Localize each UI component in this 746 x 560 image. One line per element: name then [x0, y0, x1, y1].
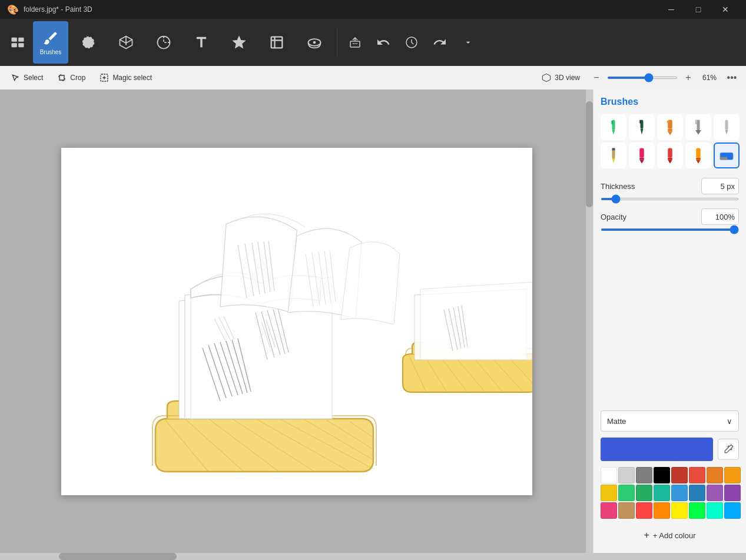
- titlebar-left: 🎨 folders.jpg* - Paint 3D: [7, 4, 92, 15]
- svg-marker-74: [668, 132, 672, 135]
- main-toolbar: Brushes: [0, 19, 746, 66]
- color-cell[interactable]: [707, 467, 723, 483]
- view-3d-button[interactable]: 3D view: [536, 68, 586, 87]
- color-cell[interactable]: [707, 485, 723, 501]
- brush-item-dark-pencil[interactable]: [601, 143, 626, 168]
- color-cell[interactable]: [724, 467, 741, 483]
- select-button[interactable]: [71, 21, 106, 64]
- brush-item-orange-marker2[interactable]: [685, 143, 711, 168]
- more-options-button[interactable]: •••: [722, 68, 741, 87]
- brush-item-green-marker[interactable]: [601, 114, 626, 140]
- subtoolbar: Select Crop Magic select 3D view − + 61%…: [0, 66, 746, 90]
- color-cell[interactable]: [689, 502, 705, 519]
- svg-rect-71: [639, 120, 641, 124]
- svg-rect-79: [725, 120, 728, 131]
- zoom-slider[interactable]: [607, 77, 678, 79]
- mixed-reality-button[interactable]: [297, 21, 332, 64]
- svg-marker-15: [543, 74, 551, 81]
- magic-select-button[interactable]: Magic select: [94, 68, 158, 87]
- color-cell[interactable]: [601, 502, 617, 519]
- color-palette: [601, 467, 739, 519]
- menu-button[interactable]: [5, 21, 31, 64]
- color-cell[interactable]: [636, 485, 652, 501]
- effects-button[interactable]: [221, 21, 257, 64]
- color-cell[interactable]: [671, 467, 688, 483]
- color-cell[interactable]: [636, 502, 652, 519]
- main-area: Brushes: [0, 90, 746, 553]
- color-cell[interactable]: [654, 485, 670, 501]
- color-cell[interactable]: [724, 485, 741, 501]
- color-cell[interactable]: [707, 502, 723, 519]
- zoom-value: 61%: [699, 74, 720, 82]
- opacity-value[interactable]: 100%: [701, 208, 739, 225]
- maximize-button[interactable]: □: [685, 0, 712, 19]
- vertical-scrollbar[interactable]: [586, 90, 593, 553]
- minimize-button[interactable]: ─: [658, 0, 685, 19]
- share-button[interactable]: [342, 29, 368, 55]
- svg-rect-75: [667, 121, 669, 123]
- crop-sub-button[interactable]: Crop: [51, 68, 91, 87]
- color-cell[interactable]: [618, 502, 635, 519]
- color-cell[interactable]: [724, 502, 741, 519]
- canvas-drawing: [61, 148, 532, 495]
- color-cell[interactable]: [636, 467, 652, 483]
- svg-rect-83: [612, 148, 615, 151]
- svg-rect-1: [18, 38, 24, 42]
- close-button[interactable]: ✕: [712, 0, 739, 19]
- more-toolbar-button[interactable]: [455, 29, 481, 55]
- color-cell[interactable]: [618, 485, 635, 501]
- redo-button[interactable]: [427, 29, 453, 55]
- undo-button[interactable]: [370, 29, 396, 55]
- color-cell[interactable]: [671, 485, 688, 501]
- color-cell[interactable]: [601, 467, 617, 483]
- stickers-button[interactable]: [146, 21, 181, 64]
- brush-item-dark-pen[interactable]: [629, 114, 655, 140]
- crop-button[interactable]: [259, 21, 294, 64]
- color-cell[interactable]: [689, 485, 705, 501]
- eyedropper-button[interactable]: [718, 439, 739, 460]
- selected-color-swatch[interactable]: [601, 438, 713, 461]
- titlebar-title: folders.jpg* - Paint 3D: [24, 5, 92, 14]
- color-cell[interactable]: [654, 502, 670, 519]
- zoom-in-button[interactable]: +: [680, 69, 697, 86]
- panel-spacer: [601, 233, 739, 406]
- brushes-label: Brushes: [40, 49, 62, 55]
- color-cell[interactable]: [689, 467, 705, 483]
- brush-grid: [601, 114, 739, 168]
- matte-dropdown[interactable]: Matte ∨: [601, 410, 739, 432]
- brush-item-light-pen[interactable]: [714, 114, 740, 140]
- thickness-slider[interactable]: [601, 198, 739, 200]
- color-cell[interactable]: [671, 502, 688, 519]
- brush-item-eraser[interactable]: [714, 143, 740, 168]
- panel-title: Brushes: [601, 97, 739, 107]
- titlebar-controls: ─ □ ✕: [658, 0, 739, 19]
- thickness-value[interactable]: 5 px: [701, 178, 739, 194]
- svg-rect-91: [696, 158, 701, 160]
- history-button[interactable]: [399, 29, 425, 55]
- select-sub-button[interactable]: Select: [5, 68, 49, 87]
- add-color-label: + Add colour: [653, 531, 696, 540]
- scrollbar-thumb-v[interactable]: [586, 101, 593, 207]
- toolbar-separator-1: [337, 28, 337, 57]
- svg-marker-92: [696, 160, 701, 164]
- shapes3d-button[interactable]: [108, 21, 144, 64]
- color-cell[interactable]: [601, 485, 617, 501]
- opacity-slider[interactable]: [601, 228, 739, 231]
- zoom-out-button[interactable]: −: [588, 69, 605, 86]
- svg-rect-3: [18, 43, 24, 47]
- text-button[interactable]: [184, 21, 219, 64]
- brush-item-red-marker[interactable]: [657, 143, 683, 168]
- brush-item-orange-marker[interactable]: [657, 114, 683, 140]
- svg-point-10: [313, 41, 316, 44]
- add-color-button[interactable]: + + Add colour: [601, 525, 739, 546]
- scrollbar-thumb-h[interactable]: [59, 553, 177, 560]
- canvas-area[interactable]: [0, 90, 593, 553]
- color-cell[interactable]: [654, 467, 670, 483]
- brushes-button[interactable]: Brushes: [33, 21, 68, 64]
- svg-marker-86: [639, 160, 644, 164]
- brush-item-calligraphy[interactable]: [685, 114, 711, 140]
- canvas-wrapper: [61, 148, 532, 495]
- brush-item-pink-marker[interactable]: [629, 143, 655, 168]
- titlebar: 🎨 folders.jpg* - Paint 3D ─ □ ✕: [0, 0, 746, 19]
- color-cell[interactable]: [618, 467, 635, 483]
